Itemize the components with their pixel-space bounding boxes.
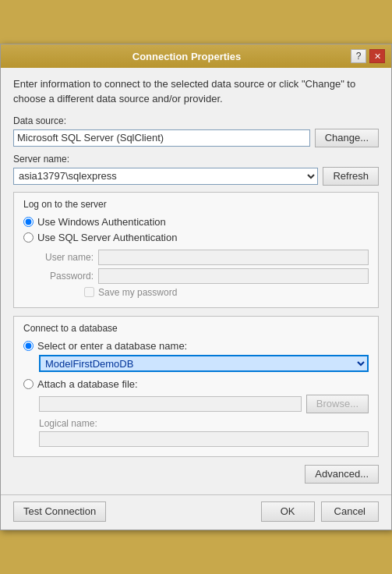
server-name-select[interactable]: asia13797\sqlexpress: [13, 168, 318, 185]
username-field-row: User name:: [39, 250, 369, 265]
data-source-input[interactable]: [13, 129, 310, 147]
attach-field-row: Browse...: [39, 395, 369, 413]
sql-auth-label: Use SQL Server Authentication: [37, 232, 177, 243]
data-source-group: Data source: Change...: [13, 115, 379, 147]
title-bar: Connection Properties ? ✕: [1, 44, 391, 68]
sql-auth-radio[interactable]: [23, 232, 34, 243]
select-db-label: Select or enter a database name:: [37, 340, 187, 352]
select-db-radio[interactable]: [23, 341, 34, 351]
browse-button: Browse...: [306, 395, 369, 413]
attach-file-input: [39, 396, 302, 412]
database-select[interactable]: ModelFirstDemoDB: [39, 355, 369, 372]
attach-row: Browse...: [39, 395, 369, 413]
save-password-label: Save my password: [98, 287, 177, 298]
title-bar-controls: ? ✕: [351, 49, 385, 63]
close-button[interactable]: ✕: [369, 49, 385, 63]
db-select-row: ModelFirstDemoDB: [39, 355, 369, 372]
attach-db-radio[interactable]: [23, 379, 34, 389]
windows-auth-radio-label[interactable]: Use Windows Authentication: [23, 216, 369, 228]
logon-section-title: Log on to the server: [23, 199, 369, 210]
windows-auth-label: Use Windows Authentication: [37, 216, 166, 228]
server-name-label: Server name:: [13, 154, 379, 165]
logical-name-label: Logical name:: [39, 418, 369, 429]
dialog-title: Connection Properties: [23, 51, 351, 62]
auth-radio-group: Use Windows Authentication Use SQL Serve…: [23, 216, 369, 243]
database-section-title: Connect to a database: [23, 323, 369, 334]
username-input: [98, 250, 369, 265]
sql-auth-radio-label[interactable]: Use SQL Server Authentication: [23, 232, 369, 243]
password-label: Password:: [39, 271, 94, 282]
logon-section: Log on to the server Use Windows Authent…: [13, 192, 379, 308]
bottom-right-buttons: OK Cancel: [261, 501, 379, 522]
database-section: Connect to a database Select or enter a …: [13, 316, 379, 457]
windows-auth-radio[interactable]: [23, 217, 34, 227]
logical-name-input: [39, 431, 369, 447]
server-name-group: Server name: asia13797\sqlexpress Refres…: [13, 154, 379, 186]
attach-db-label: Attach a database file:: [37, 378, 138, 390]
ok-button[interactable]: OK: [261, 501, 315, 522]
save-password-row: Save my password: [84, 287, 369, 298]
connection-properties-dialog: Connection Properties ? ✕ Enter informat…: [0, 44, 392, 530]
description-text: Enter information to connect to the sele…: [13, 77, 379, 105]
credentials-fields: User name: Password:: [39, 250, 369, 284]
advanced-button[interactable]: Advanced...: [305, 465, 379, 484]
test-connection-button[interactable]: Test Connection: [13, 501, 106, 522]
dialog-body: Enter information to connect to the sele…: [1, 68, 391, 494]
advanced-row: Advanced...: [13, 465, 379, 484]
attach-db-radio-label[interactable]: Attach a database file:: [23, 378, 369, 390]
select-db-radio-label[interactable]: Select or enter a database name:: [23, 340, 369, 352]
help-button[interactable]: ?: [351, 49, 366, 63]
cancel-button[interactable]: Cancel: [321, 501, 379, 522]
save-password-checkbox: [84, 287, 94, 297]
change-button[interactable]: Change...: [315, 129, 379, 147]
data-source-row: Change...: [13, 129, 379, 147]
password-field-row: Password:: [39, 268, 369, 284]
username-label: User name:: [39, 252, 94, 263]
password-input: [98, 268, 369, 284]
refresh-button[interactable]: Refresh: [323, 167, 379, 186]
server-name-row: asia13797\sqlexpress Refresh: [13, 167, 379, 186]
data-source-label: Data source:: [13, 115, 379, 126]
bottom-bar: Test Connection OK Cancel: [1, 494, 391, 530]
